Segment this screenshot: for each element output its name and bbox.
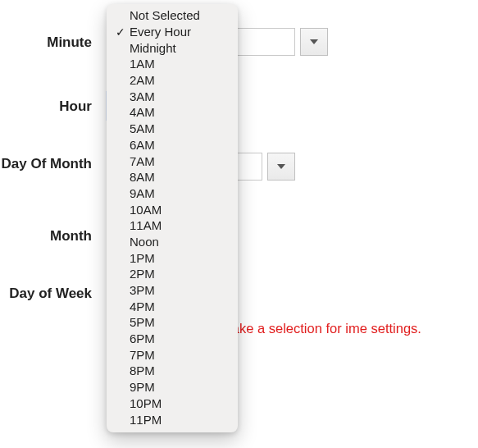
day-of-month-select-button[interactable]	[267, 153, 295, 181]
hour-option-label: 3AM	[130, 89, 226, 103]
hour-option-label: 4PM	[130, 299, 226, 313]
hour-option[interactable]: 2AM	[107, 72, 238, 89]
hour-option[interactable]: 7PM	[107, 346, 238, 363]
hour-option[interactable]: 8PM	[107, 363, 238, 379]
hour-option-label: 3PM	[130, 283, 226, 297]
hour-option[interactable]: 10PM	[107, 395, 238, 412]
hour-option-label: 11AM	[130, 218, 226, 232]
hour-option-label: 6PM	[130, 331, 226, 345]
hour-option-label: Not Selected	[130, 8, 226, 22]
hour-option-label: 4AM	[130, 105, 226, 119]
hour-option[interactable]: 9PM	[107, 379, 238, 395]
hour-option[interactable]: 10AM	[107, 201, 238, 217]
hour-option[interactable]: 1PM	[107, 249, 238, 266]
hour-option[interactable]: Midnight	[107, 39, 238, 56]
label-minute: Minute	[0, 28, 107, 51]
hour-option-label: 9AM	[130, 186, 226, 200]
hour-option-label: 5AM	[130, 121, 226, 135]
hour-option[interactable]: 6PM	[107, 331, 238, 347]
hour-option-label: 8PM	[130, 363, 226, 377]
label-day-of-month: Day Of Month	[0, 153, 107, 172]
hour-option[interactable]: 4PM	[107, 298, 238, 314]
label-day-of-week: Day of Week	[0, 279, 107, 302]
hour-option[interactable]: 4AM	[107, 104, 238, 121]
hour-option-label: 1AM	[130, 57, 226, 71]
hour-option[interactable]: ✓Every Hour	[107, 24, 238, 40]
minute-select-button[interactable]	[300, 28, 328, 56]
hour-option-label: 9PM	[130, 380, 226, 394]
hour-option-label: 10AM	[130, 203, 226, 217]
hour-option[interactable]: 5PM	[107, 314, 238, 331]
hour-option[interactable]: 1AM	[107, 56, 238, 72]
hour-option[interactable]: 11AM	[107, 217, 238, 234]
hour-dropdown[interactable]: Not Selected✓Every HourMidnight1AM2AM3AM…	[107, 4, 238, 432]
hour-option[interactable]: 9AM	[107, 185, 238, 202]
hour-option[interactable]: 8AM	[107, 169, 238, 185]
hour-option[interactable]: 2PM	[107, 266, 238, 282]
hour-option-label: 7AM	[130, 154, 226, 168]
label-hour: Hour	[0, 92, 107, 115]
hour-option-label: Midnight	[130, 41, 226, 55]
hour-option-label: 1PM	[130, 251, 226, 265]
check-icon: ✓	[112, 25, 130, 39]
hour-option[interactable]: 11PM	[107, 411, 238, 427]
hour-option[interactable]: Noon	[107, 234, 238, 250]
hour-option-label: 10PM	[130, 396, 226, 410]
hour-option-label: 6AM	[130, 138, 226, 152]
hour-option-label: Every Hour	[130, 25, 226, 39]
hour-option-label: 2AM	[130, 73, 226, 87]
hour-option-label: 11PM	[130, 413, 226, 427]
hour-option-label: 5PM	[130, 315, 226, 329]
label-month: Month	[0, 222, 107, 245]
hour-option-label: 8AM	[130, 170, 226, 184]
hour-option-label: 2PM	[130, 267, 226, 281]
hour-option[interactable]: 7AM	[107, 153, 238, 169]
hour-option[interactable]: 3AM	[107, 88, 238, 104]
chevron-down-icon	[310, 39, 318, 44]
hour-option-label: 7PM	[130, 348, 226, 362]
hour-option[interactable]: Not Selected	[107, 7, 238, 24]
hour-option[interactable]: 6AM	[107, 137, 238, 153]
chevron-down-icon	[277, 164, 285, 169]
hour-option[interactable]: 3PM	[107, 282, 238, 299]
hour-option[interactable]: 5AM	[107, 121, 238, 137]
hour-option-label: Noon	[130, 235, 226, 249]
